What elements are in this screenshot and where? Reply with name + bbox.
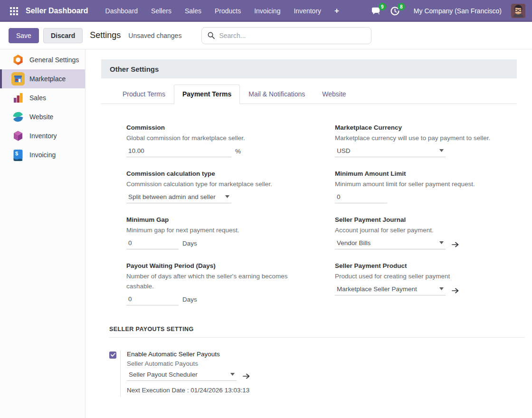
- apps-grid-icon: [10, 7, 18, 15]
- tab-website[interactable]: Website: [314, 85, 354, 104]
- activities-badge: 8: [398, 3, 405, 10]
- enable-automatic-payouts-checkbox[interactable]: [109, 352, 116, 359]
- website-icon: [11, 110, 25, 124]
- control-bar: Save Discard Settings Unsaved changes: [0, 22, 532, 49]
- field-seller-payment-journal: Seller Payment Journal Account journal f…: [335, 216, 525, 249]
- field-payout-waiting-period: Payout Waiting Period (Days) Number of d…: [126, 262, 316, 305]
- journal-select[interactable]: Vendor Bills: [335, 239, 446, 249]
- settings-sidebar: General Settings Marketplace: [0, 49, 86, 418]
- payout-scheduler-select[interactable]: Seller Payout Scheduler: [127, 371, 237, 381]
- chevron-down-icon: [439, 287, 444, 290]
- payout-period-input[interactable]: 0: [126, 295, 179, 305]
- company-switcher[interactable]: My Company (San Francisco): [414, 7, 502, 15]
- marketplace-icon: [11, 72, 25, 86]
- automatic-payouts-setting: Enable Automatic Seller Payouts Seller A…: [109, 351, 517, 397]
- messages-button[interactable]: 9: [369, 4, 383, 18]
- menu-products[interactable]: Products: [210, 4, 246, 18]
- activities-button[interactable]: 8: [388, 4, 402, 18]
- payout-period-help: Number of days after which the seller's …: [126, 272, 307, 292]
- sidebar-item-sales[interactable]: Sales: [0, 88, 85, 107]
- save-button[interactable]: Save: [9, 28, 39, 43]
- journal-help: Account journal for seller payment.: [335, 226, 515, 236]
- sales-icon: [11, 91, 25, 104]
- commission-input[interactable]: 10.00: [126, 147, 231, 157]
- search-box[interactable]: [201, 27, 371, 44]
- inventory-icon: [11, 129, 25, 142]
- commission-help: Global commission for marketplace seller…: [126, 133, 307, 143]
- checkmark-icon: [111, 353, 115, 357]
- sidebar-item-inventory[interactable]: Inventory: [0, 126, 85, 145]
- top-menu: Dashboard Sellers Sales Products Invoici…: [101, 4, 369, 18]
- messages-badge: 9: [379, 3, 386, 10]
- section-header: Other Settings: [101, 59, 517, 78]
- calc-type-label: Commission calculation type: [126, 170, 316, 177]
- min-amount-help: Minimum amount limit for seller payment …: [335, 180, 515, 190]
- journal-internal-link-arrow-icon[interactable]: [452, 242, 459, 249]
- app-window: Seller Dashboard Dashboard Sellers Sales…: [0, 0, 532, 418]
- payout-period-label: Payout Waiting Period (Days): [126, 262, 316, 269]
- chevron-down-icon: [225, 195, 229, 198]
- sidebar-item-website[interactable]: Website: [0, 107, 85, 126]
- search-input[interactable]: [219, 32, 365, 39]
- chevron-down-icon: [439, 149, 444, 152]
- sidebar-item-invoicing[interactable]: $ Invoicing: [0, 145, 85, 164]
- commission-suffix: %: [235, 148, 241, 157]
- tab-product-terms[interactable]: Product Terms: [114, 85, 174, 104]
- payment-product-help: Product used for creating seller payment: [335, 272, 515, 282]
- min-gap-help: Minimum gap for next payment request.: [126, 226, 307, 236]
- payout-period-suffix: Days: [182, 296, 197, 305]
- min-amount-input[interactable]: 0: [335, 193, 387, 203]
- systray: 9 8 My Company (San Francisco): [369, 4, 525, 18]
- avatar-image: [511, 4, 525, 18]
- currency-label: Marketplace Currency: [335, 124, 525, 131]
- menu-plus-button[interactable]: +: [330, 4, 344, 18]
- payment-product-internal-link-arrow-icon[interactable]: [452, 288, 459, 295]
- settings-content: Other Settings Product Terms Payment Ter…: [86, 49, 532, 418]
- min-gap-label: Minimum Gap: [126, 216, 316, 223]
- menu-dashboard[interactable]: Dashboard: [101, 4, 143, 18]
- commission-label: Commission: [126, 124, 316, 131]
- next-execution-date: Next Execution Date : 01/24/2026 13:03:1…: [127, 387, 250, 394]
- general-settings-icon: [11, 53, 25, 66]
- seller-payouts-section-title: SELLER PAYOUTS SETTING: [109, 326, 525, 338]
- payment-product-label: Seller Payment Product: [335, 262, 525, 269]
- menu-sellers[interactable]: Sellers: [146, 4, 176, 18]
- calc-type-help: Commission calculation type for marketpl…: [126, 180, 307, 190]
- divider: [120, 351, 121, 397]
- apps-menu-button[interactable]: [8, 5, 20, 17]
- field-commission-calc-type: Commission calculation type Commission c…: [126, 170, 316, 203]
- payment-product-select[interactable]: Marketplace Seller Payment: [335, 285, 446, 295]
- tab-mail-notifications[interactable]: Mail & Notifications: [240, 85, 314, 104]
- sidebar-item-general-settings[interactable]: General Settings: [0, 50, 85, 69]
- user-avatar[interactable]: [511, 4, 525, 18]
- invoicing-icon: $: [11, 148, 25, 162]
- chevron-down-icon: [439, 241, 444, 244]
- app-title[interactable]: Seller Dashboard: [26, 7, 88, 15]
- min-gap-input[interactable]: 0: [126, 239, 179, 249]
- currency-select[interactable]: USD: [335, 147, 446, 157]
- calc-type-select[interactable]: Split between admin and seller: [126, 193, 231, 203]
- field-seller-payment-product: Seller Payment Product Product used for …: [335, 262, 525, 305]
- automatic-payouts-sublabel: Seller Automatic Payouts: [127, 360, 250, 367]
- min-amount-label: Minimum Amount Limit: [335, 170, 525, 177]
- menu-sales[interactable]: Sales: [180, 4, 206, 18]
- field-marketplace-currency: Marketplace Currency Marketplace currenc…: [335, 124, 525, 157]
- journal-label: Seller Payment Journal: [335, 216, 525, 223]
- sidebar-item-marketplace[interactable]: Marketplace: [0, 69, 85, 88]
- currency-help: Marketplace currency will use to pay pay…: [335, 133, 515, 143]
- page-title: Settings: [90, 30, 121, 40]
- svg-text:$: $: [15, 151, 18, 156]
- chevron-down-icon: [230, 373, 235, 376]
- automatic-payouts-label[interactable]: Enable Automatic Seller Payouts: [127, 351, 250, 358]
- discard-button[interactable]: Discard: [43, 28, 83, 43]
- menu-inventory[interactable]: Inventory: [289, 4, 326, 18]
- unsaved-changes-indicator: Unsaved changes: [128, 32, 181, 39]
- field-commission: Commission Global commission for marketp…: [126, 124, 316, 157]
- min-gap-suffix: Days: [182, 240, 197, 249]
- menu-invoicing[interactable]: Invoicing: [249, 4, 285, 18]
- tab-payment-terms[interactable]: Payment Terms: [174, 85, 240, 104]
- field-minimum-amount-limit: Minimum Amount Limit Minimum amount limi…: [335, 170, 525, 203]
- search-icon: [208, 32, 215, 39]
- field-minimum-gap: Minimum Gap Minimum gap for next payment…: [126, 216, 316, 249]
- scheduler-internal-link-arrow-icon[interactable]: [243, 373, 250, 381]
